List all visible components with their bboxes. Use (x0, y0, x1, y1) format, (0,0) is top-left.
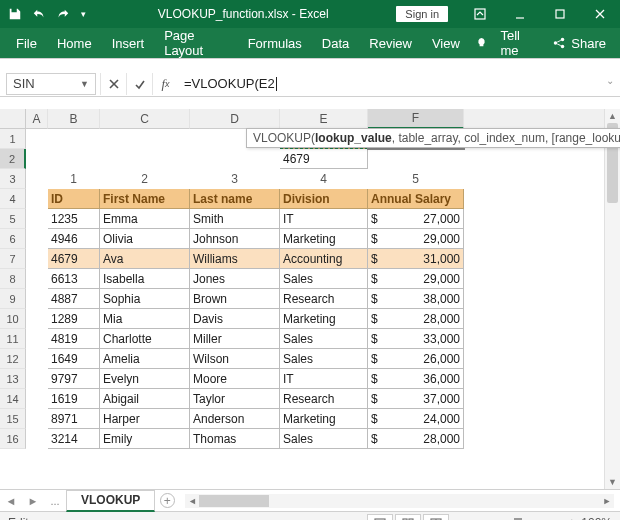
cell[interactable]: Wilson (190, 349, 280, 369)
cell[interactable]: 3214 (48, 429, 100, 449)
scroll-right-icon[interactable]: ► (600, 494, 614, 508)
cell[interactable]: Sales (280, 269, 368, 289)
cell[interactable]: Research (280, 289, 368, 309)
cell[interactable]: $27,000 (368, 209, 464, 229)
tab-review[interactable]: Review (359, 28, 422, 58)
cell[interactable] (26, 169, 48, 189)
cell[interactable]: $28,000 (368, 309, 464, 329)
cell[interactable]: 9797 (48, 369, 100, 389)
view-page-break-icon[interactable] (423, 514, 449, 521)
cell[interactable] (464, 169, 620, 189)
scroll-down-icon[interactable]: ▼ (605, 475, 620, 489)
col-header[interactable]: E (280, 109, 368, 129)
cell[interactable] (368, 149, 464, 169)
cell[interactable]: 1619 (48, 389, 100, 409)
horizontal-scrollbar[interactable]: ◄ ► (185, 494, 614, 508)
cell[interactable]: Johnson (190, 229, 280, 249)
tab-view[interactable]: View (422, 28, 470, 58)
cell[interactable]: Emma (100, 209, 190, 229)
cell[interactable] (26, 329, 48, 349)
cell[interactable]: Abigail (100, 389, 190, 409)
sheet-nav-next-icon[interactable]: ► (22, 495, 44, 507)
lightbulb-icon[interactable] (470, 36, 493, 51)
row-header[interactable]: 10 (0, 309, 26, 329)
scroll-left-icon[interactable]: ◄ (185, 494, 199, 508)
row-header[interactable]: 1 (0, 129, 26, 149)
cancel-formula-icon[interactable] (100, 73, 126, 95)
cell[interactable]: Mia (100, 309, 190, 329)
cell[interactable] (26, 309, 48, 329)
cell[interactable]: Accounting (280, 249, 368, 269)
cell[interactable]: $31,000 (368, 249, 464, 269)
col-header[interactable]: F (368, 109, 464, 129)
row-header[interactable]: 2 (0, 149, 26, 169)
cell[interactable] (26, 189, 48, 209)
cell[interactable]: $29,000 (368, 229, 464, 249)
cell[interactable] (48, 149, 100, 169)
cell[interactable]: 6613 (48, 269, 100, 289)
cell[interactable] (26, 289, 48, 309)
col-header[interactable]: C (100, 109, 190, 129)
cell[interactable]: Davis (190, 309, 280, 329)
cell[interactable] (464, 189, 620, 209)
cell[interactable]: 1289 (48, 309, 100, 329)
cell[interactable] (464, 349, 620, 369)
cell[interactable]: 4946 (48, 229, 100, 249)
cell[interactable]: Ava (100, 249, 190, 269)
col-header[interactable]: D (190, 109, 280, 129)
cell[interactable]: Sophia (100, 289, 190, 309)
row-header[interactable]: 11 (0, 329, 26, 349)
cell[interactable]: 8971 (48, 409, 100, 429)
view-normal-icon[interactable] (367, 514, 393, 521)
cell[interactable]: Sales (280, 329, 368, 349)
cell[interactable]: 5 (368, 169, 464, 189)
cell[interactable] (26, 229, 48, 249)
cell[interactable]: 1649 (48, 349, 100, 369)
cell[interactable]: 4 (280, 169, 368, 189)
row-header[interactable]: 4 (0, 189, 26, 209)
share-button[interactable]: Share (544, 36, 614, 51)
enter-formula-icon[interactable] (126, 73, 152, 95)
scroll-up-icon[interactable]: ▲ (605, 109, 620, 123)
cell[interactable]: 4679 (48, 249, 100, 269)
cell[interactable] (464, 229, 620, 249)
cell[interactable] (26, 129, 48, 149)
cell[interactable]: Anderson (190, 409, 280, 429)
ribbon-options-icon[interactable] (460, 0, 500, 28)
col-header[interactable] (464, 109, 620, 129)
cell[interactable]: Emily (100, 429, 190, 449)
tab-file[interactable]: File (6, 28, 47, 58)
chevron-down-icon[interactable]: ▼ (80, 79, 89, 89)
maximize-icon[interactable] (540, 0, 580, 28)
row-header[interactable]: 8 (0, 269, 26, 289)
row-header[interactable]: 14 (0, 389, 26, 409)
tell-me[interactable]: Tell me (492, 28, 544, 58)
cell[interactable]: Evelyn (100, 369, 190, 389)
sheet-tab-active[interactable]: VLOOKUP (66, 490, 155, 512)
row-header[interactable]: 5 (0, 209, 26, 229)
cell[interactable]: IT (280, 209, 368, 229)
cell[interactable] (464, 389, 620, 409)
row-header[interactable]: 6 (0, 229, 26, 249)
cell[interactable]: Sales (280, 349, 368, 369)
cell[interactable]: Marketing (280, 309, 368, 329)
row-header[interactable]: 9 (0, 289, 26, 309)
select-all-corner[interactable] (0, 109, 26, 129)
redo-icon[interactable] (52, 3, 74, 25)
tab-formulas[interactable]: Formulas (238, 28, 312, 58)
cell[interactable]: Smith (190, 209, 280, 229)
row-header[interactable]: 3 (0, 169, 26, 189)
cell[interactable]: Olivia (100, 229, 190, 249)
row-header[interactable]: 13 (0, 369, 26, 389)
cell[interactable]: 4887 (48, 289, 100, 309)
cell[interactable] (464, 149, 620, 169)
cell[interactable]: IT (280, 369, 368, 389)
tab-insert[interactable]: Insert (102, 28, 155, 58)
tab-page-layout[interactable]: Page Layout (154, 28, 237, 58)
cell[interactable] (464, 249, 620, 269)
cell[interactable] (26, 209, 48, 229)
cell[interactable]: Taylor (190, 389, 280, 409)
cell[interactable]: Annual Salary (368, 189, 464, 209)
insert-function-icon[interactable]: fx (152, 73, 178, 95)
zoom-out-icon[interactable]: − (459, 516, 466, 521)
